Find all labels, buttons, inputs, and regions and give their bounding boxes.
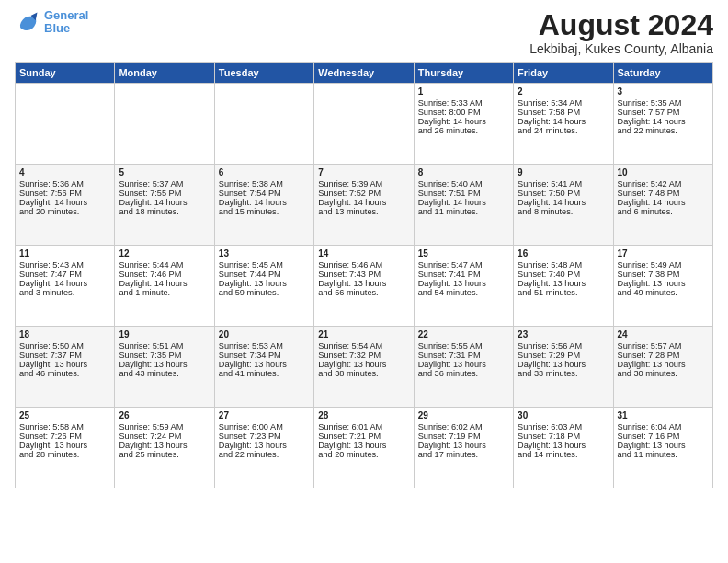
day-info: Daylight: 13 hours (318, 279, 409, 288)
table-row (115, 84, 214, 165)
day-info: Sunset: 7:43 PM (318, 270, 409, 279)
day-number: 14 (318, 248, 409, 259)
day-info: Sunrise: 5:53 AM (219, 341, 310, 350)
day-number: 3 (618, 86, 709, 97)
day-info: Sunrise: 5:36 AM (19, 179, 110, 189)
day-info: Daylight: 13 hours (119, 360, 210, 369)
day-info: Sunrise: 5:50 AM (19, 341, 110, 350)
day-info: Daylight: 13 hours (119, 441, 210, 450)
day-info: and 22 minutes. (618, 126, 709, 135)
day-info: Sunrise: 5:44 AM (119, 260, 210, 270)
table-row: 23Sunrise: 5:56 AMSunset: 7:29 PMDayligh… (514, 327, 613, 408)
day-info: Sunset: 7:48 PM (618, 189, 709, 198)
table-row: 15Sunrise: 5:47 AMSunset: 7:41 PMDayligh… (414, 246, 513, 327)
day-number: 18 (19, 329, 110, 339)
table-row: 31Sunrise: 6:04 AMSunset: 7:16 PMDayligh… (613, 408, 712, 488)
table-row: 24Sunrise: 5:57 AMSunset: 7:28 PMDayligh… (613, 327, 712, 408)
day-info: Sunrise: 5:42 AM (618, 179, 709, 189)
table-row: 4Sunrise: 5:36 AMSunset: 7:56 PMDaylight… (16, 165, 115, 246)
day-info: and 8 minutes. (518, 207, 609, 216)
table-row: 27Sunrise: 6:00 AMSunset: 7:23 PMDayligh… (214, 408, 313, 488)
table-row: 26Sunrise: 5:59 AMSunset: 7:24 PMDayligh… (115, 408, 214, 488)
day-info: Sunrise: 5:45 AM (219, 260, 310, 270)
logo: General Blue (15, 9, 88, 36)
day-number: 10 (618, 167, 709, 178)
day-info: Sunset: 7:51 PM (418, 189, 509, 198)
day-info: Sunrise: 6:02 AM (418, 422, 509, 431)
day-info: Sunset: 7:35 PM (119, 350, 210, 360)
day-info: Sunrise: 5:33 AM (418, 98, 509, 108)
day-number: 4 (19, 167, 110, 178)
day-info: Daylight: 14 hours (418, 117, 509, 126)
table-row (16, 84, 115, 165)
table-row: 22Sunrise: 5:55 AMSunset: 7:31 PMDayligh… (414, 327, 513, 408)
table-row: 8Sunrise: 5:40 AMSunset: 7:51 PMDaylight… (414, 165, 513, 246)
day-number: 26 (119, 410, 210, 420)
day-number: 23 (518, 329, 609, 339)
day-info: Sunrise: 5:54 AM (318, 341, 409, 350)
day-info: and 28 minutes. (19, 450, 110, 459)
day-info: and 59 minutes. (219, 288, 310, 297)
day-info: and 20 minutes. (19, 207, 110, 216)
day-info: Sunrise: 5:49 AM (618, 260, 709, 270)
day-info: Sunset: 7:24 PM (119, 431, 210, 441)
day-info: Sunset: 7:55 PM (119, 189, 210, 198)
table-row: 18Sunrise: 5:50 AMSunset: 7:37 PMDayligh… (16, 327, 115, 408)
day-number: 17 (618, 248, 709, 259)
table-row: 28Sunrise: 6:01 AMSunset: 7:21 PMDayligh… (314, 408, 414, 488)
col-thursday: Thursday (414, 63, 513, 84)
day-info: Sunrise: 5:58 AM (19, 422, 110, 431)
day-number: 2 (518, 86, 609, 97)
table-row (214, 84, 313, 165)
day-info: Sunrise: 5:41 AM (518, 179, 609, 189)
day-info: Sunset: 7:32 PM (318, 350, 409, 360)
month-title: August 2024 (529, 9, 713, 41)
day-number: 22 (418, 329, 509, 339)
day-info: Sunset: 7:47 PM (19, 270, 110, 279)
day-info: Daylight: 14 hours (418, 198, 509, 207)
table-row: 11Sunrise: 5:43 AMSunset: 7:47 PMDayligh… (16, 246, 115, 327)
day-info: Daylight: 13 hours (19, 360, 110, 369)
day-info: Sunset: 7:28 PM (618, 350, 709, 360)
day-number: 30 (518, 410, 609, 420)
day-info: Sunrise: 5:47 AM (418, 260, 509, 270)
day-info: Sunset: 7:41 PM (418, 270, 509, 279)
location-title: Lekbibaj, Kukes County, Albania (529, 41, 713, 56)
day-info: Sunset: 7:29 PM (518, 350, 609, 360)
col-sunday: Sunday (16, 63, 115, 84)
day-info: and 6 minutes. (618, 207, 709, 216)
day-info: and 49 minutes. (618, 288, 709, 297)
table-row: 17Sunrise: 5:49 AMSunset: 7:38 PMDayligh… (613, 246, 712, 327)
col-saturday: Saturday (613, 63, 712, 84)
day-info: Daylight: 13 hours (219, 441, 310, 450)
day-number: 21 (318, 329, 409, 339)
day-number: 29 (418, 410, 509, 420)
table-row: 5Sunrise: 5:37 AMSunset: 7:55 PMDaylight… (115, 165, 214, 246)
table-row: 1Sunrise: 5:33 AMSunset: 8:00 PMDaylight… (414, 84, 513, 165)
day-number: 12 (119, 248, 210, 259)
table-row: 14Sunrise: 5:46 AMSunset: 7:43 PMDayligh… (314, 246, 414, 327)
day-number: 24 (618, 329, 709, 339)
table-row: 21Sunrise: 5:54 AMSunset: 7:32 PMDayligh… (314, 327, 414, 408)
day-info: Sunrise: 5:48 AM (518, 260, 609, 270)
day-number: 25 (19, 410, 110, 420)
day-info: Sunrise: 6:00 AM (219, 422, 310, 431)
day-info: Sunset: 7:16 PM (618, 431, 709, 441)
table-row: 7Sunrise: 5:39 AMSunset: 7:52 PMDaylight… (314, 165, 414, 246)
day-info: Sunrise: 5:35 AM (618, 98, 709, 108)
col-friday: Friday (514, 63, 613, 84)
day-info: Daylight: 13 hours (618, 360, 709, 369)
day-info: Sunrise: 5:34 AM (518, 98, 609, 108)
day-info: and 20 minutes. (318, 450, 409, 459)
day-info: and 25 minutes. (119, 450, 210, 459)
day-info: Daylight: 14 hours (219, 198, 310, 207)
table-row: 2Sunrise: 5:34 AMSunset: 7:58 PMDaylight… (514, 84, 613, 165)
day-info: and 22 minutes. (219, 450, 310, 459)
logo-text: General Blue (44, 9, 88, 36)
table-row: 12Sunrise: 5:44 AMSunset: 7:46 PMDayligh… (115, 246, 214, 327)
day-info: and 13 minutes. (318, 207, 409, 216)
day-info: Daylight: 13 hours (618, 441, 709, 450)
day-info: Sunset: 7:37 PM (19, 350, 110, 360)
table-row: 19Sunrise: 5:51 AMSunset: 7:35 PMDayligh… (115, 327, 214, 408)
day-info: Sunset: 7:31 PM (418, 350, 509, 360)
